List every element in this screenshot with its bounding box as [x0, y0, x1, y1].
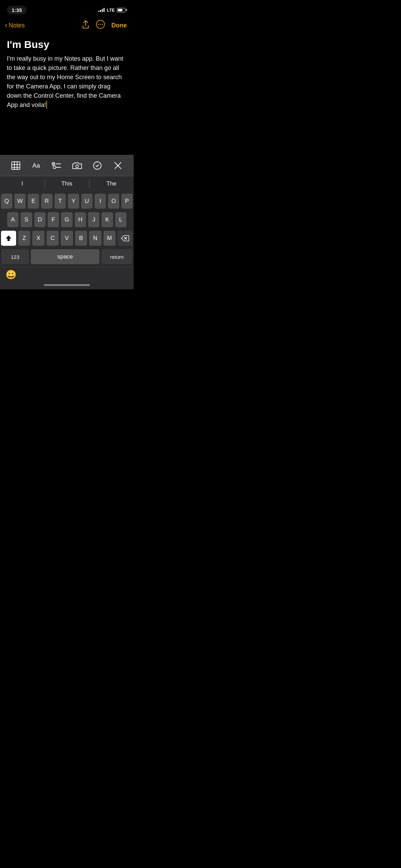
- home-indicator: [44, 284, 90, 286]
- signal-bar-1: [98, 11, 99, 12]
- emoji-button[interactable]: 😀: [5, 269, 16, 280]
- key-d[interactable]: D: [34, 212, 46, 227]
- status-time: 1:35: [7, 6, 27, 14]
- close-keyboard-icon[interactable]: [111, 159, 125, 172]
- battery-icon: [117, 8, 127, 12]
- key-m[interactable]: M: [104, 231, 116, 246]
- back-button[interactable]: ‹ Notes: [5, 22, 25, 29]
- nav-actions: Done: [82, 20, 127, 31]
- key-f[interactable]: F: [48, 212, 59, 227]
- status-right: LTE: [98, 8, 127, 13]
- done-button[interactable]: Done: [111, 22, 127, 29]
- format-toolbar: Aa: [0, 155, 134, 176]
- key-j[interactable]: J: [88, 212, 99, 227]
- key-row-2: A S D F G H J K L: [1, 212, 133, 227]
- suggestion-right[interactable]: The: [89, 176, 134, 191]
- key-row-1: Q W E R T Y U I O P: [1, 194, 133, 209]
- svg-point-3: [102, 24, 103, 25]
- key-q[interactable]: Q: [1, 194, 12, 209]
- signal-bar-4: [104, 8, 105, 12]
- svg-point-13: [76, 165, 78, 168]
- nav-bar: ‹ Notes Done: [0, 17, 134, 35]
- svg-point-14: [94, 162, 101, 169]
- note-title: I'm Busy: [7, 38, 127, 51]
- key-l[interactable]: L: [115, 212, 126, 227]
- key-p[interactable]: P: [121, 194, 133, 209]
- format-text-icon[interactable]: Aa: [29, 159, 43, 172]
- camera-icon[interactable]: [70, 159, 84, 172]
- key-k[interactable]: K: [101, 212, 113, 227]
- key-row-4: 123 space return: [1, 249, 133, 264]
- chevron-left-icon: ‹: [5, 22, 7, 29]
- signal-bar-2: [100, 10, 101, 12]
- key-n[interactable]: N: [89, 231, 101, 246]
- key-x[interactable]: X: [32, 231, 44, 246]
- key-s[interactable]: S: [21, 212, 32, 227]
- return-key[interactable]: return: [101, 249, 132, 264]
- text-cursor: [46, 101, 47, 108]
- lte-label: LTE: [107, 8, 115, 13]
- key-z[interactable]: Z: [18, 231, 30, 246]
- key-b[interactable]: B: [75, 231, 87, 246]
- key-w[interactable]: W: [14, 194, 26, 209]
- svg-point-12: [53, 166, 56, 169]
- status-bar: 1:35 LTE: [0, 0, 134, 17]
- table-icon[interactable]: [9, 159, 23, 172]
- key-y[interactable]: Y: [68, 194, 79, 209]
- share-icon[interactable]: [82, 21, 89, 31]
- key-u[interactable]: U: [81, 194, 93, 209]
- suggestions-bar: I This The: [0, 176, 134, 191]
- keyboard-rows: Q W E R T Y U I O P A S D F G H J K L: [0, 191, 134, 267]
- backspace-key[interactable]: [118, 231, 133, 246]
- note-body[interactable]: I'm really busy in my Notes app. But I w…: [7, 54, 127, 110]
- key-t[interactable]: T: [54, 194, 66, 209]
- key-e[interactable]: E: [28, 194, 39, 209]
- more-options-icon[interactable]: [96, 20, 105, 31]
- markup-icon[interactable]: [90, 159, 104, 172]
- checklist-icon[interactable]: [50, 159, 63, 172]
- home-indicator-area: [0, 281, 134, 289]
- key-o[interactable]: O: [108, 194, 119, 209]
- key-v[interactable]: V: [61, 231, 73, 246]
- key-h[interactable]: H: [75, 212, 86, 227]
- key-row-3: Z X C V B N M: [1, 231, 133, 246]
- keyboard-area: Aa: [0, 155, 134, 289]
- key-i[interactable]: I: [95, 194, 106, 209]
- key-r[interactable]: R: [41, 194, 52, 209]
- suggestion-center[interactable]: This: [45, 176, 89, 191]
- emoji-bar: 😀: [0, 267, 134, 281]
- signal-bar-3: [102, 9, 103, 12]
- space-key[interactable]: space: [31, 249, 99, 264]
- back-label: Notes: [9, 22, 25, 29]
- svg-point-1: [98, 24, 99, 25]
- svg-rect-4: [12, 162, 20, 169]
- suggestion-left[interactable]: I: [0, 176, 45, 191]
- key-a[interactable]: A: [7, 212, 19, 227]
- note-content-area: I'm Busy I'm really busy in my Notes app…: [0, 35, 134, 113]
- numbers-key[interactable]: 123: [1, 249, 29, 264]
- svg-point-2: [100, 24, 101, 25]
- shift-key[interactable]: [1, 231, 16, 246]
- key-c[interactable]: C: [47, 231, 59, 246]
- signal-bars-icon: [98, 8, 105, 12]
- key-g[interactable]: G: [61, 212, 72, 227]
